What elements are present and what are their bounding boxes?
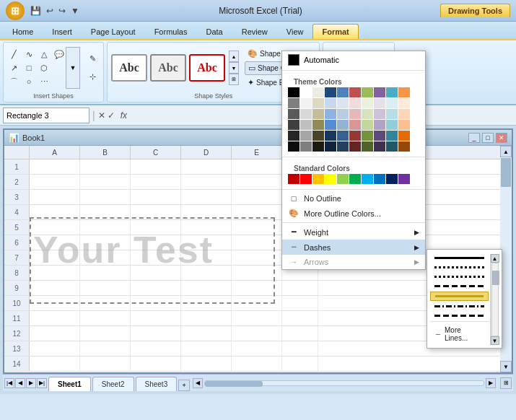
color-swatch[interactable]: [312, 109, 324, 119]
shape-style-3[interactable]: Abc: [189, 54, 225, 82]
minimize-btn[interactable]: _: [468, 133, 480, 143]
color-swatch[interactable]: [288, 120, 299, 130]
grid-cell[interactable]: [80, 311, 131, 325]
color-swatch[interactable]: [325, 87, 336, 97]
color-swatch[interactable]: [288, 141, 299, 152]
color-swatch[interactable]: [337, 120, 349, 130]
grid-cell[interactable]: [232, 281, 282, 295]
tab-formulas[interactable]: Formulas: [145, 24, 197, 39]
grid-cell[interactable]: [30, 311, 80, 325]
submenu-scroll-thumb[interactable]: [492, 271, 499, 285]
grid-cell[interactable]: [131, 281, 181, 295]
color-swatch[interactable]: [349, 87, 361, 97]
col-header-d[interactable]: D: [181, 146, 232, 159]
close-btn[interactable]: ✕: [496, 133, 507, 143]
color-swatch[interactable]: [349, 131, 361, 141]
name-box[interactable]: Rectangle 3: [3, 108, 89, 123]
more-colors-item[interactable]: 🎨 More Outline Colors...: [282, 206, 425, 221]
color-swatch[interactable]: [398, 131, 410, 141]
grid-cell[interactable]: [232, 341, 282, 356]
h-scroll-left[interactable]: ◀: [193, 378, 203, 388]
tab-page-layout[interactable]: Page Layout: [82, 24, 145, 39]
submenu-scroll-track[interactable]: [491, 263, 499, 336]
dropdown-button[interactable]: ▼: [69, 4, 81, 17]
grid-cell[interactable]: [80, 356, 131, 371]
color-swatch[interactable]: [374, 87, 385, 97]
color-swatch[interactable]: [337, 98, 349, 108]
grid-cell[interactable]: [30, 281, 80, 295]
grid-cell[interactable]: [80, 341, 131, 356]
grid-cell[interactable]: [131, 326, 181, 341]
color-swatch[interactable]: [312, 141, 324, 152]
dash-dashdot[interactable]: [430, 302, 489, 310]
grid-cell[interactable]: [181, 190, 232, 204]
shape-tool-rect[interactable]: □: [22, 61, 36, 74]
no-outline-item[interactable]: □ No Outline: [282, 191, 425, 206]
h-scroll-right[interactable]: ▶: [486, 378, 496, 388]
grid-cell[interactable]: [181, 281, 232, 295]
tab-home[interactable]: Home: [3, 24, 43, 39]
restore-btn[interactable]: □: [482, 133, 494, 143]
color-swatch[interactable]: [398, 120, 410, 130]
color-swatch[interactable]: [374, 141, 385, 152]
shape-tool-arrow[interactable]: ↗: [6, 61, 21, 74]
color-swatch[interactable]: [362, 131, 373, 141]
color-swatch[interactable]: [300, 98, 312, 108]
grid-cell[interactable]: [80, 175, 131, 189]
grid-cell[interactable]: [282, 281, 318, 295]
grid-cell[interactable]: [181, 356, 232, 371]
col-header-e[interactable]: E: [232, 146, 282, 159]
grid-cell[interactable]: [232, 190, 282, 204]
standard-color-swatch[interactable]: [349, 174, 361, 184]
grid-cell[interactable]: [232, 159, 282, 174]
shape-styles-up[interactable]: ▲: [229, 51, 239, 62]
color-swatch[interactable]: [325, 141, 336, 152]
undo-button[interactable]: ↩: [45, 4, 55, 17]
dash-longdash[interactable]: [430, 292, 489, 301]
grid-cell[interactable]: [282, 296, 318, 310]
standard-color-swatch[interactable]: [288, 174, 299, 184]
shape-style-1[interactable]: Abc: [111, 54, 147, 82]
standard-color-swatch[interactable]: [337, 174, 349, 184]
grid-cell[interactable]: [181, 296, 232, 310]
save-button[interactable]: 💾: [29, 4, 43, 17]
color-swatch[interactable]: [325, 131, 336, 141]
grid-cell[interactable]: [232, 205, 282, 219]
grid-cell[interactable]: [282, 356, 318, 371]
color-swatch[interactable]: [288, 131, 299, 141]
grid-cell[interactable]: [30, 356, 80, 371]
scroll-down-btn[interactable]: ▼: [500, 361, 512, 372]
standard-color-swatch[interactable]: [374, 174, 385, 184]
shape-style-2[interactable]: Abc: [150, 54, 186, 82]
grid-cell[interactable]: [232, 266, 282, 280]
color-swatch[interactable]: [300, 131, 312, 141]
tab-review[interactable]: Review: [232, 24, 277, 39]
standard-color-swatch[interactable]: [325, 174, 336, 184]
sheet-nav-last[interactable]: ▶|: [37, 378, 47, 388]
shape-tool-connector[interactable]: ⋯: [37, 75, 51, 88]
shape-tool-curve[interactable]: ⌒: [6, 75, 21, 88]
grid-cell[interactable]: [181, 159, 232, 174]
grid-cell[interactable]: [181, 326, 232, 341]
grid-cell[interactable]: [131, 356, 181, 371]
grid-cell[interactable]: [30, 175, 80, 189]
dash-dot[interactable]: [430, 263, 489, 271]
grid-cell[interactable]: [80, 281, 131, 295]
sheet-tab-3[interactable]: Sheet3: [136, 377, 178, 391]
arrows-item[interactable]: → Arrows ▶: [282, 255, 425, 269]
color-swatch[interactable]: [288, 98, 299, 108]
grid-cell[interactable]: [131, 311, 181, 325]
sheet-nav-next[interactable]: ▶: [26, 378, 36, 388]
grid-cell[interactable]: [232, 296, 282, 310]
tab-insert[interactable]: Insert: [43, 24, 82, 39]
color-swatch[interactable]: [386, 87, 398, 97]
color-swatch[interactable]: [362, 109, 373, 119]
color-swatch[interactable]: [288, 87, 299, 97]
grid-cell[interactable]: [30, 296, 80, 310]
color-swatch[interactable]: [349, 141, 361, 152]
color-swatch[interactable]: [398, 98, 410, 108]
color-swatch[interactable]: [398, 87, 410, 97]
sheet-tab-1[interactable]: Sheet1: [48, 377, 91, 391]
color-swatch[interactable]: [386, 109, 398, 119]
more-lines-item[interactable]: ┄ More Lines...: [430, 323, 489, 345]
